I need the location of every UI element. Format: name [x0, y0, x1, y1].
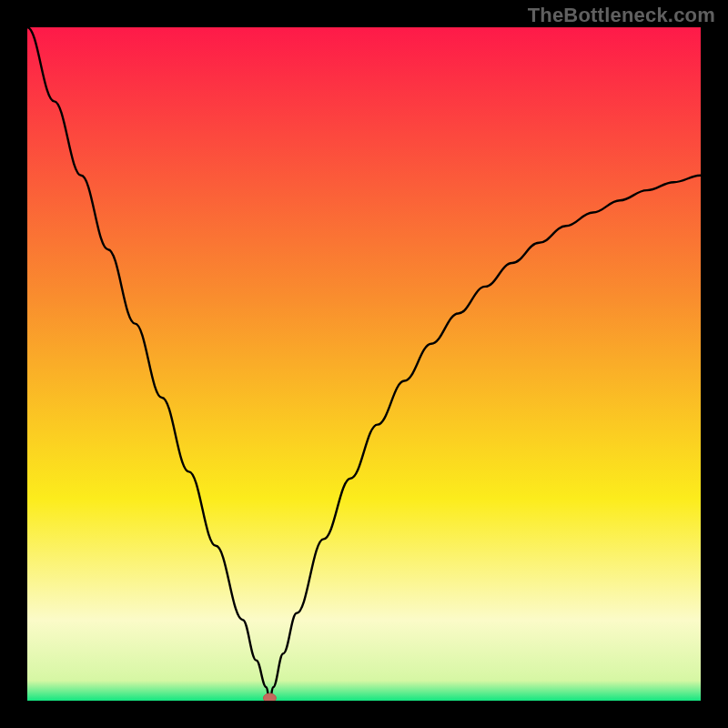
optimum-marker — [263, 693, 276, 701]
chart-frame: TheBottleneck.com — [0, 0, 728, 728]
plot-area — [27, 27, 701, 701]
watermark-text: TheBottleneck.com — [528, 4, 715, 27]
gradient-background — [27, 27, 701, 701]
chart-svg — [27, 27, 701, 701]
